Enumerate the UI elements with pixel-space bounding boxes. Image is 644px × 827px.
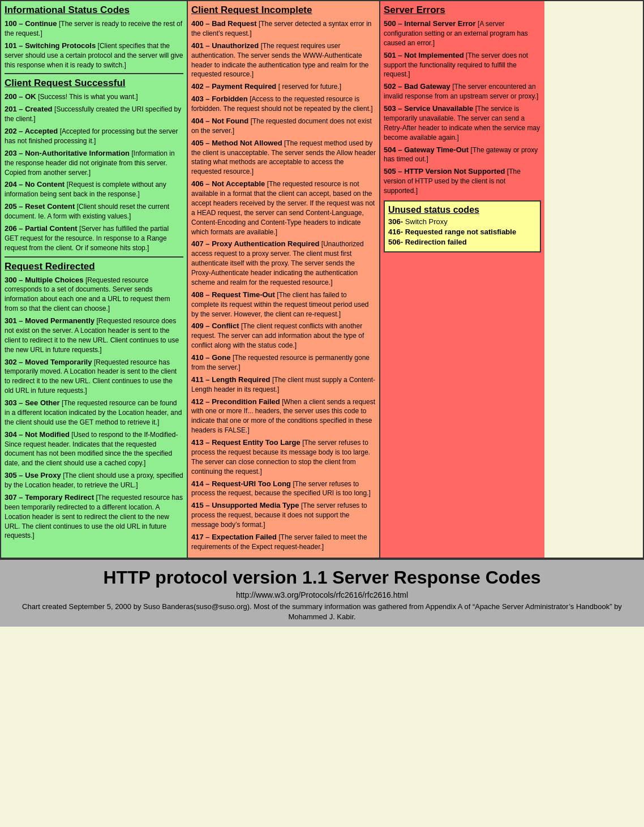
code-401: 401 – Unauthorized [The request requires… xyxy=(191,41,376,80)
code-415: 415 – Unsupported Media Type [The server… xyxy=(191,500,376,530)
code-206: 206 – Partial Content [Server has fulfil… xyxy=(5,224,183,253)
code-203: 203 – Non-Authoritative Information [Inf… xyxy=(5,148,183,178)
code-403: 403 – Forbidden [Access to the requested… xyxy=(191,94,376,114)
code-417: 417 – Expectation Failed [The server fai… xyxy=(191,532,376,552)
code-404: 404 – Not Found [The requested document … xyxy=(191,116,376,136)
content-grid: Informational Status Codes 100 – Continu… xyxy=(0,0,644,559)
code-400: 400 – Bad Request [The server detected a… xyxy=(191,19,376,38)
code-300: 300 – Multiple Choices [Requested resour… xyxy=(5,275,183,314)
code-101: 101 – Switching Protocols [Client specif… xyxy=(5,41,183,70)
section-successful-header: Client Request Successful xyxy=(5,78,183,89)
code-503: 503 – Service Unavailable [The service i… xyxy=(384,104,541,143)
code-413: 413 – Request Entity Too Large [The serv… xyxy=(191,438,376,477)
code-501: 501 – Not Implemented [The server does n… xyxy=(384,50,541,80)
section-incomplete: Client Request Incomplete 400 – Bad Requ… xyxy=(191,5,376,552)
code-307: 307 – Temporary Redirect [The requested … xyxy=(5,492,183,541)
divider-1 xyxy=(5,73,183,74)
unused-416: 416- Requested range not satisfiable xyxy=(388,228,536,236)
code-305: 305 – Use Proxy [The client should use a… xyxy=(5,470,183,490)
code-405: 405 – Method Not Allowed [The request me… xyxy=(191,138,376,177)
main-container: Informational Status Codes 100 – Continu… xyxy=(0,0,644,627)
code-412: 412 – Precondition Failed [When a client… xyxy=(191,397,376,436)
code-411: 411 – Length Required [The client must s… xyxy=(191,375,376,395)
code-505: 505 – HTTP Version Not Supported [The ve… xyxy=(384,166,541,196)
code-204: 204 – No Content [Request is complete wi… xyxy=(5,179,183,199)
mid-column: Client Request Incomplete 400 – Bad Requ… xyxy=(188,1,380,558)
code-302: 302 – Moved Temporarily [Requested resou… xyxy=(5,357,183,396)
section-server-errors: Server Errors 500 – Internal Server Erro… xyxy=(384,5,541,196)
code-205: 205 – Reset Content [Client should reset… xyxy=(5,202,183,221)
code-202: 202 – Accepted [Accepted for processing … xyxy=(5,126,183,146)
left-column: Informational Status Codes 100 – Continu… xyxy=(1,1,188,558)
section-successful: Client Request Successful 200 – OK [Succ… xyxy=(5,78,183,252)
code-304: 304 – Not Modified [Used to respond to t… xyxy=(5,430,183,469)
unused-header: Unused status codes xyxy=(388,205,536,215)
section-redirected-header: Request Redirected xyxy=(5,261,183,272)
code-502: 502 – Bad Gateway [The server encountere… xyxy=(384,82,541,101)
footer-title: HTTP protocol version 1.1 Server Respons… xyxy=(6,567,638,588)
section-informational-header: Informational Status Codes xyxy=(5,5,183,16)
code-303: 303 – See Other [The requested resource … xyxy=(5,398,183,427)
unused-306: 306- Switch Proxy xyxy=(388,217,536,226)
code-504: 504 – Gateway Time-Out [The gateway or p… xyxy=(384,145,541,165)
code-414: 414 – Request-URI Too Long [The server r… xyxy=(191,479,376,499)
unused-status-codes-box: Unused status codes 306- Switch Proxy 41… xyxy=(384,200,541,252)
right-column: Server Errors 500 – Internal Server Erro… xyxy=(380,1,544,558)
section-redirected: Request Redirected 300 – Multiple Choice… xyxy=(5,261,183,541)
code-201: 201 – Created [Successfully created the … xyxy=(5,104,183,124)
code-408: 408 – Request Time-Out [The client has f… xyxy=(191,290,376,319)
section-incomplete-header: Client Request Incomplete xyxy=(191,5,376,16)
divider-2 xyxy=(5,256,183,258)
code-200: 200 – OK [Success! This is what you want… xyxy=(5,92,183,102)
code-410: 410 – Gone [The requested resource is pe… xyxy=(191,353,376,372)
code-402: 402 – Payment Required [ reserved for fu… xyxy=(191,82,376,92)
footer-credit: Chart created September 5, 2000 by Suso … xyxy=(6,602,638,622)
code-409: 409 – Conflict [The client request confl… xyxy=(191,321,376,350)
section-server-errors-header: Server Errors xyxy=(384,5,541,16)
code-406: 406 – Not Acceptable [The requested reso… xyxy=(191,179,376,237)
code-500: 500 – Internal Server Error [A server co… xyxy=(384,19,541,48)
code-407: 407 – Proxy Authentication Required [Una… xyxy=(191,239,376,287)
code-100: 100 – Continue [The server is ready to r… xyxy=(5,19,183,38)
section-informational: Informational Status Codes 100 – Continu… xyxy=(5,5,183,70)
unused-506: 506- Redirection failed xyxy=(388,238,536,246)
footer: HTTP protocol version 1.1 Server Respons… xyxy=(0,559,644,627)
code-301: 301 – Moved Permanently [Requested resou… xyxy=(5,316,183,355)
footer-url: http://www.w3.org/Protocols/rfc2616/rfc2… xyxy=(6,590,638,599)
